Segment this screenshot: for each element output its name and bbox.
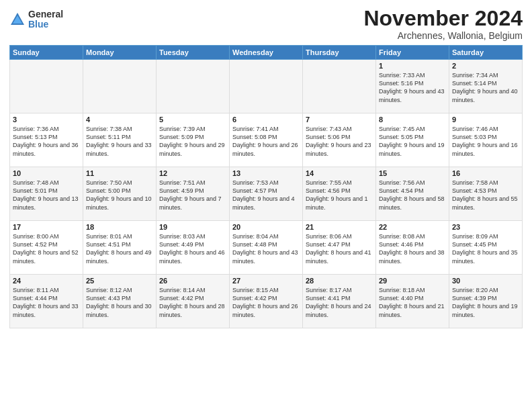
day-cell: 19Sunrise: 8:03 AM Sunset: 4:49 PM Dayli… [157, 221, 230, 275]
day-cell: 28Sunrise: 8:17 AM Sunset: 4:41 PM Dayli… [303, 275, 376, 328]
day-number: 30 [452, 277, 519, 285]
day-cell [303, 60, 376, 113]
day-info: Sunrise: 8:03 AM Sunset: 4:49 PM Dayligh… [159, 232, 226, 265]
day-cell: 27Sunrise: 8:15 AM Sunset: 4:42 PM Dayli… [230, 275, 303, 328]
day-number: 14 [306, 169, 373, 177]
day-info: Sunrise: 8:20 AM Sunset: 4:39 PM Dayligh… [452, 286, 519, 319]
day-cell: 4Sunrise: 7:38 AM Sunset: 5:11 PM Daylig… [83, 113, 157, 167]
day-number: 20 [232, 223, 300, 231]
calendar-header: SundayMondayTuesdayWednesdayThursdayFrid… [10, 46, 523, 60]
day-cell: 14Sunrise: 7:55 AM Sunset: 4:56 PM Dayli… [303, 167, 376, 221]
day-cell: 13Sunrise: 7:53 AM Sunset: 4:57 PM Dayli… [230, 167, 303, 221]
day-cell: 12Sunrise: 7:51 AM Sunset: 4:59 PM Dayli… [157, 167, 230, 221]
day-cell: 25Sunrise: 8:12 AM Sunset: 4:43 PM Dayli… [83, 275, 157, 328]
day-number: 21 [306, 223, 373, 231]
day-info: Sunrise: 7:34 AM Sunset: 5:14 PM Dayligh… [452, 71, 519, 104]
day-info: Sunrise: 8:15 AM Sunset: 4:42 PM Dayligh… [232, 286, 300, 319]
day-number: 13 [232, 169, 300, 177]
day-info: Sunrise: 7:39 AM Sunset: 5:09 PM Dayligh… [159, 125, 226, 158]
day-info: Sunrise: 7:58 AM Sunset: 4:53 PM Dayligh… [452, 179, 519, 212]
day-cell: 3Sunrise: 7:36 AM Sunset: 5:13 PM Daylig… [10, 113, 83, 167]
day-info: Sunrise: 8:06 AM Sunset: 4:47 PM Dayligh… [306, 232, 373, 265]
day-cell: 10Sunrise: 7:48 AM Sunset: 5:01 PM Dayli… [10, 167, 83, 221]
day-number: 3 [13, 116, 80, 124]
day-number: 24 [13, 277, 80, 285]
day-number: 12 [159, 169, 226, 177]
title-block: November 2024 Archennes, Wallonia, Belgi… [363, 7, 523, 41]
header: General Blue November 2024 Archennes, Wa… [9, 7, 523, 41]
day-number: 2 [452, 62, 519, 70]
day-info: Sunrise: 7:43 AM Sunset: 5:06 PM Dayligh… [306, 125, 373, 158]
day-info: Sunrise: 8:01 AM Sunset: 4:51 PM Dayligh… [86, 232, 153, 265]
header-cell-friday: Friday [376, 46, 449, 60]
day-number: 22 [379, 223, 446, 231]
day-cell: 26Sunrise: 8:14 AM Sunset: 4:42 PM Dayli… [157, 275, 230, 328]
day-number: 1 [379, 62, 446, 70]
day-cell [230, 60, 303, 113]
day-info: Sunrise: 8:14 AM Sunset: 4:42 PM Dayligh… [159, 286, 226, 319]
day-number: 9 [452, 116, 519, 124]
day-cell [83, 60, 157, 113]
day-cell [157, 60, 230, 113]
logo-general: General [28, 9, 63, 19]
day-info: Sunrise: 7:51 AM Sunset: 4:59 PM Dayligh… [159, 179, 226, 212]
day-cell: 2Sunrise: 7:34 AM Sunset: 5:14 PM Daylig… [449, 60, 523, 113]
day-cell: 22Sunrise: 8:08 AM Sunset: 4:46 PM Dayli… [376, 221, 449, 275]
day-number: 15 [379, 169, 446, 177]
day-info: Sunrise: 8:00 AM Sunset: 4:52 PM Dayligh… [13, 232, 80, 265]
day-info: Sunrise: 8:04 AM Sunset: 4:48 PM Dayligh… [232, 232, 300, 265]
day-cell [10, 60, 83, 113]
day-info: Sunrise: 7:38 AM Sunset: 5:11 PM Dayligh… [86, 125, 153, 158]
day-info: Sunrise: 7:55 AM Sunset: 4:56 PM Dayligh… [306, 179, 373, 212]
page-container: General Blue November 2024 Archennes, Wa… [0, 0, 532, 411]
day-cell: 29Sunrise: 8:18 AM Sunset: 4:40 PM Dayli… [376, 275, 449, 328]
day-info: Sunrise: 7:45 AM Sunset: 5:05 PM Dayligh… [379, 125, 446, 158]
day-number: 23 [452, 223, 519, 231]
day-info: Sunrise: 7:53 AM Sunset: 4:57 PM Dayligh… [232, 179, 300, 212]
day-number: 27 [232, 277, 300, 285]
day-cell: 11Sunrise: 7:50 AM Sunset: 5:00 PM Dayli… [83, 167, 157, 221]
day-info: Sunrise: 7:36 AM Sunset: 5:13 PM Dayligh… [13, 125, 80, 158]
calendar-body: 1Sunrise: 7:33 AM Sunset: 5:16 PM Daylig… [10, 60, 523, 328]
day-cell: 17Sunrise: 8:00 AM Sunset: 4:52 PM Dayli… [10, 221, 83, 275]
day-number: 6 [232, 116, 300, 124]
day-info: Sunrise: 8:17 AM Sunset: 4:41 PM Dayligh… [306, 286, 373, 319]
logo-icon [9, 11, 26, 28]
week-row-4: 17Sunrise: 8:00 AM Sunset: 4:52 PM Dayli… [10, 221, 523, 275]
day-info: Sunrise: 7:48 AM Sunset: 5:01 PM Dayligh… [13, 179, 80, 212]
day-cell: 23Sunrise: 8:09 AM Sunset: 4:45 PM Dayli… [449, 221, 523, 275]
day-info: Sunrise: 8:12 AM Sunset: 4:43 PM Dayligh… [86, 286, 153, 319]
day-number: 8 [379, 116, 446, 124]
day-number: 25 [86, 277, 153, 285]
day-number: 4 [86, 116, 153, 124]
day-info: Sunrise: 8:08 AM Sunset: 4:46 PM Dayligh… [379, 232, 446, 265]
day-number: 18 [86, 223, 153, 231]
day-info: Sunrise: 8:11 AM Sunset: 4:44 PM Dayligh… [13, 286, 80, 319]
header-cell-thursday: Thursday [303, 46, 376, 60]
day-cell: 16Sunrise: 7:58 AM Sunset: 4:53 PM Dayli… [449, 167, 523, 221]
day-cell: 20Sunrise: 8:04 AM Sunset: 4:48 PM Dayli… [230, 221, 303, 275]
month-title: November 2024 [363, 7, 523, 30]
day-cell: 18Sunrise: 8:01 AM Sunset: 4:51 PM Dayli… [83, 221, 157, 275]
day-number: 11 [86, 169, 153, 177]
logo-text: General Blue [28, 9, 63, 30]
day-cell: 9Sunrise: 7:46 AM Sunset: 5:03 PM Daylig… [449, 113, 523, 167]
day-number: 10 [13, 169, 80, 177]
logo-blue: Blue [28, 19, 63, 30]
day-info: Sunrise: 7:41 AM Sunset: 5:08 PM Dayligh… [232, 125, 300, 158]
day-info: Sunrise: 8:18 AM Sunset: 4:40 PM Dayligh… [379, 286, 446, 319]
day-cell: 1Sunrise: 7:33 AM Sunset: 5:16 PM Daylig… [376, 60, 449, 113]
day-cell: 15Sunrise: 7:56 AM Sunset: 4:54 PM Dayli… [376, 167, 449, 221]
day-number: 5 [159, 116, 226, 124]
day-info: Sunrise: 8:09 AM Sunset: 4:45 PM Dayligh… [452, 232, 519, 265]
logo: General Blue [9, 9, 63, 30]
day-cell: 30Sunrise: 8:20 AM Sunset: 4:39 PM Dayli… [449, 275, 523, 328]
header-row: SundayMondayTuesdayWednesdayThursdayFrid… [10, 46, 523, 60]
week-row-5: 24Sunrise: 8:11 AM Sunset: 4:44 PM Dayli… [10, 275, 523, 328]
day-info: Sunrise: 7:50 AM Sunset: 5:00 PM Dayligh… [86, 179, 153, 212]
day-cell: 24Sunrise: 8:11 AM Sunset: 4:44 PM Dayli… [10, 275, 83, 328]
week-row-1: 1Sunrise: 7:33 AM Sunset: 5:16 PM Daylig… [10, 60, 523, 113]
day-number: 26 [159, 277, 226, 285]
day-number: 28 [306, 277, 373, 285]
day-number: 16 [452, 169, 519, 177]
